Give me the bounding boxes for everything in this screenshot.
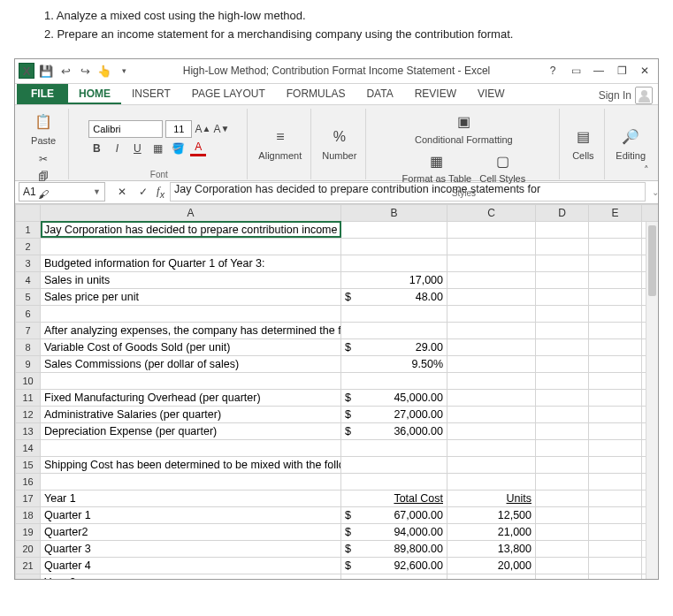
cell[interactable] [447,238,536,255]
cell[interactable]: Quarter 3 [41,540,341,557]
cell[interactable]: $48.00 [341,288,447,305]
cell[interactable]: Shipping Cost has been determined to be … [41,456,341,473]
paste-button[interactable]: 📋 Paste [27,109,59,148]
row-header[interactable]: 10 [16,372,41,389]
close-icon[interactable]: ✕ [637,63,653,79]
cancel-icon[interactable]: ✕ [114,184,130,200]
bold-icon[interactable]: B [88,141,104,156]
cell[interactable]: $94,000.00 [341,523,447,540]
row-header[interactable]: 22 [16,574,41,579]
cell[interactable] [447,439,536,456]
cell[interactable] [589,456,642,473]
cell[interactable] [41,439,341,456]
cell[interactable] [536,473,589,490]
cut-icon[interactable]: ✂ [35,151,51,167]
cell[interactable]: Administrative Salaries (per quarter) [41,406,341,422]
cell[interactable] [447,255,536,271]
cell[interactable] [341,238,447,255]
cell[interactable] [589,305,642,322]
collapse-ribbon-icon[interactable]: ˄ [639,163,654,179]
shrink-font-icon[interactable]: A▼ [213,121,229,137]
number-button[interactable]: % Number [318,124,360,163]
cell[interactable]: $89,800.00 [341,540,447,557]
underline-icon[interactable]: U [129,141,145,156]
editing-button[interactable]: 🔎 Editing [612,124,649,163]
row-header[interactable]: 2 [16,238,41,255]
cell[interactable] [341,372,447,389]
cell[interactable]: $29.00 [341,338,447,355]
row-header[interactable]: 7 [16,322,41,338]
col-header-a[interactable]: A [41,204,341,221]
cell[interactable] [589,338,642,355]
cell[interactable] [589,557,642,574]
cell[interactable]: Year 2 [41,574,341,579]
cell[interactable]: Quarter 1 [41,506,341,523]
cell[interactable] [447,372,536,389]
cell[interactable]: Total Cost [341,490,447,506]
cell[interactable] [589,271,642,288]
cell[interactable] [536,271,589,288]
enter-icon[interactable]: ✓ [135,184,151,200]
cell[interactable] [341,305,447,322]
cell[interactable]: 13,800 [447,540,536,557]
cell[interactable]: $27,000.00 [341,406,447,422]
row-header[interactable]: 5 [16,288,41,305]
row-header[interactable]: 1 [16,221,41,238]
cell-styles-button[interactable]: ▢ Cell Styles [476,148,529,186]
cell[interactable] [536,305,589,322]
tab-file[interactable]: FILE [17,83,68,104]
cell[interactable] [447,305,536,322]
cell[interactable]: $36,000.00 [341,422,447,439]
avatar-icon[interactable] [635,87,653,104]
cell[interactable] [447,288,536,305]
tab-page-layout[interactable]: PAGE LAYOUT [181,83,276,104]
cell[interactable] [536,557,589,574]
tab-formulas[interactable]: FORMULAS [276,83,356,104]
tab-review[interactable]: REVIEW [404,83,467,104]
vertical-scrollbar[interactable] [646,222,658,579]
cell[interactable]: Variable Cost of Goods Sold (per unit) [41,338,341,355]
fill-color-icon[interactable]: 🪣 [170,141,186,156]
cell[interactable] [447,322,536,338]
cell[interactable] [536,372,589,389]
format-as-table-button[interactable]: ▦ Format as Table [399,148,476,186]
row-header[interactable]: 4 [16,271,41,288]
cell[interactable]: 20,000 [447,557,536,574]
cell[interactable]: After analyzing expenses, the company ha… [41,322,341,338]
spreadsheet-grid[interactable]: A B C D E F 1Jay Corporation has decided… [15,204,658,579]
undo-icon[interactable]: ↩ [57,63,73,79]
row-header[interactable]: 18 [16,506,41,523]
row-header[interactable]: 21 [16,557,41,574]
cell[interactable] [536,490,589,506]
help-icon[interactable]: ? [545,63,561,79]
row-header[interactable]: 17 [16,490,41,506]
cell[interactable] [341,456,447,473]
cell[interactable] [341,473,447,490]
cell[interactable] [589,288,642,305]
cell[interactable]: $45,000.00 [341,389,447,406]
cell[interactable] [589,406,642,422]
cell[interactable] [341,322,447,338]
touch-mode-icon[interactable]: 👆 [96,63,112,79]
cell[interactable] [589,238,642,255]
row-header[interactable]: 9 [16,355,41,372]
cell[interactable]: 12,500 [447,506,536,523]
format-painter-icon[interactable]: 🖌 [35,186,51,202]
cell[interactable] [589,372,642,389]
col-header-d[interactable]: D [536,204,589,221]
cell[interactable] [589,221,642,238]
cell[interactable]: 9.50% [341,355,447,372]
cell[interactable]: 21,000 [447,523,536,540]
cell[interactable] [341,221,447,238]
cell[interactable]: Quarter2 [41,523,341,540]
cell[interactable] [536,255,589,271]
cell[interactable] [536,540,589,557]
cell[interactable] [536,574,589,579]
cell[interactable] [536,456,589,473]
cell[interactable] [447,422,536,439]
row-header[interactable]: 8 [16,338,41,355]
select-all-cell[interactable] [16,204,41,221]
font-size-input[interactable] [165,120,192,138]
cell[interactable] [447,271,536,288]
cell[interactable] [589,439,642,456]
